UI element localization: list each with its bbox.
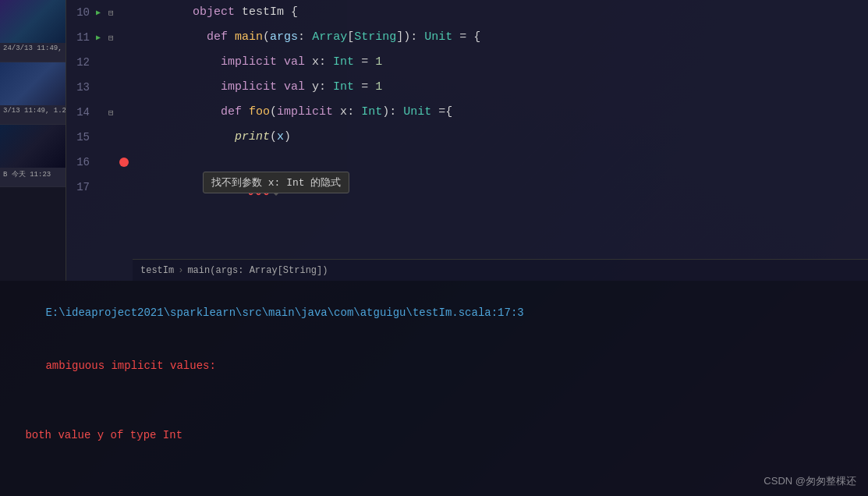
run-arrow-15: ▶ (96, 133, 108, 142)
line-number-12: 12 (66, 56, 96, 69)
run-arrow-11[interactable]: ▶ (96, 33, 108, 42)
run-arrow-10[interactable]: ▶ (96, 8, 108, 17)
watermark: CSDN @匆匆整棵还 (763, 474, 856, 488)
sidebar-thumbnail-2[interactable]: 3/13 11:49, 1.21 (0, 62, 66, 125)
error-tooltip: 找不到参数 x: Int 的隐式 (203, 172, 349, 193)
line-number-10: 10 (66, 6, 96, 19)
error-indicator (119, 158, 129, 167)
terminal-output: E:\ideaproject2021\sparklearn\src\main\j… (0, 281, 868, 496)
sidebar-thumbnails: 24/3/13 11:49, 1. 3/13 11:49, 1.21 B 今天 … (0, 0, 66, 281)
terminal-path: E:\ideaproject2021\sparklearn\src\main\j… (45, 306, 523, 319)
main-container: 24/3/13 11:49, 1. 3/13 11:49, 1.21 B 今天 … (0, 0, 868, 496)
thumb-image-1 (0, 0, 66, 43)
run-arrow-12: ▶ (96, 58, 108, 67)
line-number-14: 14 (66, 106, 96, 119)
thumb-image-3 (0, 125, 66, 168)
line-number-11: 11 (66, 31, 96, 44)
sidebar-thumbnail-1[interactable]: 24/3/13 11:49, 1. (0, 0, 66, 62)
fold-14[interactable]: ⊟ (108, 108, 119, 118)
line-number-16: 16 (66, 156, 96, 168)
code-line-17: 17 ▶ foo(...) (66, 175, 868, 200)
line-number-13: 13 (66, 81, 96, 94)
run-arrow-13: ▶ (96, 83, 108, 92)
terminal-line-1: ambiguous implicit values: (6, 339, 868, 391)
terminal-both-value: both value y of type Int (6, 427, 868, 444)
thumb-label-2: 3/13 11:49, 1.21 (0, 105, 66, 116)
breadcrumb-method: main(args: Array[String]) (187, 265, 328, 276)
fold-10[interactable]: ⊟ (108, 8, 119, 18)
terminal-line-3: and value x of type Int (6, 479, 868, 496)
code-editor: 24/3/13 11:49, 1. 3/13 11:49, 1.21 B 今天 … (0, 0, 868, 281)
code-line-15: 15 ▶ print(x) (66, 125, 868, 150)
breadcrumb-module: testIm (140, 265, 174, 276)
tooltip-text: 找不到参数 x: Int 的隐式 (211, 177, 341, 189)
thumb-image-2 (0, 62, 66, 105)
terminal-path-line: E:\ideaproject2021\sparklearn\src\main\j… (6, 287, 868, 339)
code-area: 10 ▶ ⊟ object testIm { 11 ▶ ⊟ def main(a… (66, 0, 868, 281)
thumb-label-3: B 今天 11:23 (0, 168, 66, 181)
thumb-label-1: 24/3/13 11:49, 1. (0, 43, 66, 54)
terminal-error-label: ambiguous implicit values: (45, 360, 215, 372)
run-arrow-16: ▶ (96, 158, 108, 167)
breadcrumb-separator: › (178, 265, 183, 276)
watermark-text: CSDN @匆匆整棵还 (763, 475, 856, 487)
run-arrow-14: ▶ (96, 108, 108, 117)
line-number-15: 15 (66, 131, 96, 143)
breadcrumb-bar: testIm › main(args: Array[String]) (133, 259, 868, 281)
run-arrow-17: ▶ (96, 182, 108, 192)
line-number-17: 17 (66, 181, 96, 193)
fold-11[interactable]: ⊟ (108, 33, 119, 43)
sidebar-thumbnail-3[interactable]: B 今天 11:23 (0, 125, 66, 187)
terminal-line-2: both value y of type Int (6, 391, 868, 479)
